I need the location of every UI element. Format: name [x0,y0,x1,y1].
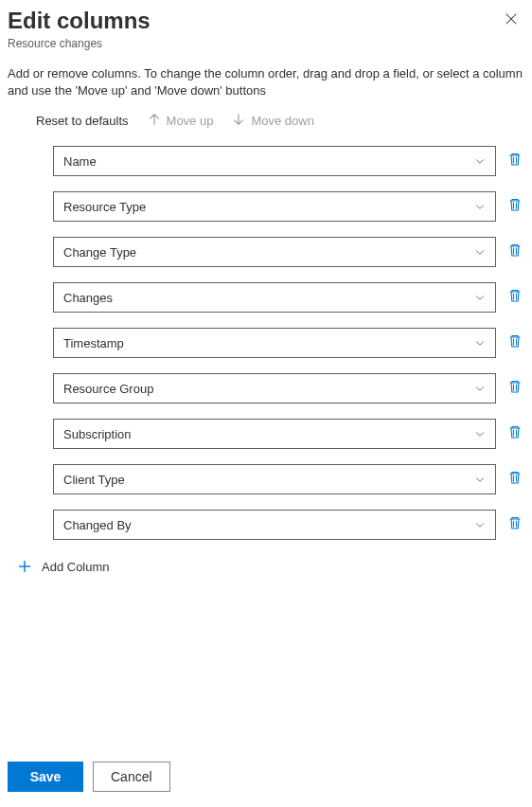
delete-column-button[interactable] [505,470,524,489]
move-down-label: Move down [251,114,313,128]
toolbar: Reset to defaults Move up Move down [8,113,524,129]
trash-icon [507,515,523,534]
move-down-button[interactable]: Move down [232,113,313,129]
arrow-down-icon [232,113,245,129]
close-icon [505,12,518,29]
column-select-value: Resource Group [63,382,153,396]
trash-icon [507,379,523,398]
column-select[interactable]: Timestamp [53,328,496,358]
column-row[interactable]: Name [53,146,524,176]
column-select[interactable]: Name [53,146,496,176]
delete-column-button[interactable] [505,288,524,307]
column-select[interactable]: Change Type [53,237,496,267]
panel-subtitle: Resource changes [8,37,498,50]
add-column-label: Add Column [42,560,110,574]
cancel-button[interactable]: Cancel [93,762,170,792]
add-column-button[interactable]: Add Column [17,559,110,574]
column-select[interactable]: Client Type [53,464,496,494]
delete-column-button[interactable] [505,379,524,398]
column-row[interactable]: Resource Group [53,373,524,404]
delete-column-button[interactable] [505,197,524,216]
column-select[interactable]: Resource Type [53,191,496,222]
column-row[interactable]: Client Type [53,464,524,494]
column-select-value: Client Type [63,473,125,487]
column-row[interactable]: Timestamp [53,328,524,358]
chevron-down-icon [474,337,486,349]
delete-column-button[interactable] [505,242,524,261]
reset-to-defaults-button[interactable]: Reset to defaults [36,114,129,128]
column-select[interactable]: Changed By [53,510,496,540]
chevron-down-icon [474,292,486,303]
chevron-down-icon [474,519,486,530]
panel-description: Add or remove columns. To change the col… [8,65,524,99]
delete-column-button[interactable] [505,424,524,443]
chevron-down-icon [474,246,486,258]
delete-column-button[interactable] [505,515,524,534]
chevron-down-icon [474,201,486,212]
trash-icon [507,470,523,489]
trash-icon [507,197,523,216]
column-select[interactable]: Changes [53,282,496,313]
chevron-down-icon [474,474,486,485]
save-button[interactable]: Save [8,762,83,792]
panel-footer: Save Cancel [8,750,524,792]
delete-column-button[interactable] [505,333,524,352]
column-row[interactable]: Change Type [53,237,524,267]
column-select-value: Changed By [63,518,132,532]
chevron-down-icon [474,383,486,394]
delete-column-button[interactable] [505,152,524,170]
trash-icon [507,152,523,170]
column-select-value: Timestamp [63,336,124,350]
column-row[interactable]: Changes [53,282,524,313]
columns-list: Name Resource Type [8,146,524,750]
column-row[interactable]: Changed By [53,510,524,540]
trash-icon [507,424,523,443]
column-row[interactable]: Subscription [53,419,524,449]
close-button[interactable] [498,8,524,34]
column-select-value: Subscription [63,427,132,441]
header-titles: Edit columns Resource changes [8,8,498,50]
move-up-label: Move up [167,114,214,128]
column-select-value: Changes [63,291,113,305]
column-row[interactable]: Resource Type [53,191,524,222]
column-select-value: Change Type [63,245,136,260]
reset-label: Reset to defaults [36,114,129,128]
column-select[interactable]: Resource Group [53,373,496,404]
arrow-up-icon [148,113,161,129]
panel-title: Edit columns [8,8,498,35]
cancel-label: Cancel [111,769,152,784]
trash-icon [507,288,523,307]
panel-header: Edit columns Resource changes [8,8,524,50]
save-label: Save [30,769,62,784]
column-select-value: Resource Type [63,200,146,214]
column-select-value: Name [63,154,97,169]
column-select[interactable]: Subscription [53,419,496,449]
trash-icon [507,333,523,352]
move-up-button[interactable]: Move up [148,113,214,129]
chevron-down-icon [474,155,486,167]
edit-columns-panel: Edit columns Resource changes Add or rem… [0,0,532,807]
trash-icon [507,242,523,261]
plus-icon [17,559,32,574]
chevron-down-icon [474,428,486,439]
